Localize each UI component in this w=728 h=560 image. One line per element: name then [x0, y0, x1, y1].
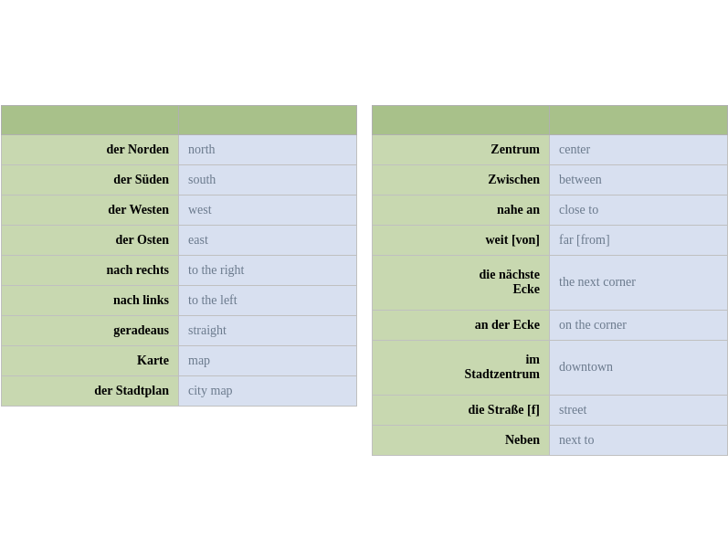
english-translation: on the corner — [550, 310, 728, 340]
german-term: nach links — [1, 285, 179, 315]
english-translation: downtown — [550, 340, 728, 395]
table-row: an der Eckeon the corner — [372, 310, 727, 340]
table-row: nach rechtsto the right — [1, 255, 356, 285]
english-translation: the next corner — [550, 255, 728, 310]
table-row: die nächsteEckethe next corner — [372, 255, 727, 310]
german-term: imStadtzentrum — [372, 340, 550, 395]
table-row: Zwischenbetween — [372, 164, 727, 195]
german-term: nach rechts — [1, 255, 179, 285]
german-term: Zentrum — [372, 134, 550, 164]
right-header-col2 — [550, 105, 728, 134]
english-translation: to the left — [179, 285, 357, 315]
german-term: weit [von] — [372, 225, 550, 255]
german-term: an der Ecke — [372, 310, 550, 340]
table-row: der Westenwest — [1, 195, 356, 225]
table-row: der Stadtplancity map — [1, 375, 356, 406]
left-table: der Nordennorthder Südensouthder Westenw… — [1, 105, 357, 407]
table-row: Zentrumcenter — [372, 134, 727, 164]
table-row: der Südensouth — [1, 164, 356, 195]
english-translation: close to — [550, 195, 728, 225]
right-header-col1 — [372, 105, 550, 134]
german-term: geradeaus — [1, 315, 179, 345]
german-term: Zwischen — [372, 164, 550, 195]
english-translation: east — [179, 225, 357, 255]
german-term: die nächsteEcke — [372, 255, 550, 310]
table-row: nahe anclose to — [372, 195, 727, 225]
table-row: Kartemap — [1, 345, 356, 375]
english-translation: center — [550, 134, 728, 164]
english-translation: next to — [550, 425, 728, 455]
left-header-col2 — [179, 105, 357, 134]
german-term: die Straße [f] — [372, 395, 550, 425]
english-translation: map — [179, 345, 357, 375]
german-term: Karte — [1, 345, 179, 375]
english-translation: straight — [179, 315, 357, 345]
english-translation: street — [550, 395, 728, 425]
right-table: ZentrumcenterZwischenbetweennahe anclose… — [372, 105, 728, 456]
table-row: die Straße [f]street — [372, 395, 727, 425]
table-row: Nebennext to — [372, 425, 727, 455]
english-translation: city map — [179, 375, 357, 406]
german-term: der Norden — [1, 134, 179, 164]
table-row: nach linksto the left — [1, 285, 356, 315]
tables-wrapper: der Nordennorthder Südensouthder Westenw… — [1, 105, 728, 456]
table-row: imStadtzentrumdowntown — [372, 340, 727, 395]
table-row: der Nordennorth — [1, 134, 356, 164]
table-row: der Osteneast — [1, 225, 356, 255]
english-translation: north — [179, 134, 357, 164]
left-header-col1 — [1, 105, 179, 134]
german-term: der Stadtplan — [1, 375, 179, 406]
english-translation: to the right — [179, 255, 357, 285]
english-translation: far [from] — [550, 225, 728, 255]
table-row: geradeausstraight — [1, 315, 356, 345]
german-term: nahe an — [372, 195, 550, 225]
english-translation: south — [179, 164, 357, 195]
german-term: der Süden — [1, 164, 179, 195]
table-row: weit [von]far [from] — [372, 225, 727, 255]
german-term: der Westen — [1, 195, 179, 225]
german-term: Neben — [372, 425, 550, 455]
english-translation: west — [179, 195, 357, 225]
german-term: der Osten — [1, 225, 179, 255]
english-translation: between — [550, 164, 728, 195]
